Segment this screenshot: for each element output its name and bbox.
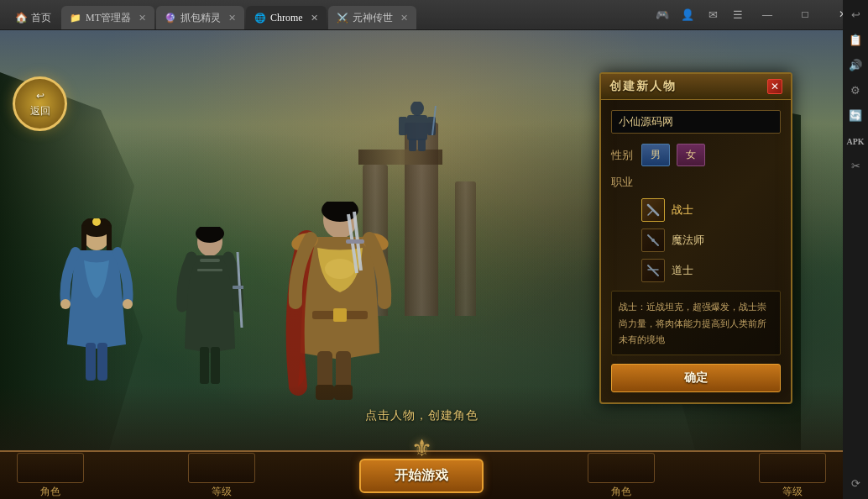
character-2[interactable]: [176, 227, 243, 390]
tab-yuanshen-label: 元神传世: [353, 11, 393, 25]
minimize-button[interactable]: —: [749, 3, 786, 28]
svg-rect-31: [346, 239, 364, 244]
svg-rect-22: [200, 347, 209, 384]
maximize-button[interactable]: □: [787, 3, 824, 28]
tab-catch[interactable]: 🔮 抓包精灵 ✕: [156, 6, 244, 29]
svg-point-51: [651, 239, 655, 242]
svg-point-26: [325, 259, 355, 279]
create-character-dialog: 创建新人物 ✕ 性别 男 女: [599, 72, 792, 404]
slot-1: 角色: [17, 453, 84, 499]
gender-female-button[interactable]: 女: [677, 144, 705, 166]
sidebar-volume-icon[interactable]: 🔊: [844, 54, 867, 77]
bottom-bar: 角色 等级 ⚜ 开始游戏 角色 等级: [0, 450, 843, 499]
user-icon[interactable]: 👤: [677, 4, 698, 26]
class-label-row: 职业: [611, 175, 781, 190]
sidebar-back-icon[interactable]: ↩: [844, 3, 867, 27]
warrior-icon: [641, 198, 665, 222]
tab-chrome[interactable]: 🌐 Chrome ✕: [246, 6, 327, 29]
class-warrior-row[interactable]: 战士: [641, 198, 781, 222]
svg-rect-2: [399, 117, 407, 135]
tab-catch-close[interactable]: ✕: [228, 13, 236, 24]
tab-home-label: 首页: [31, 11, 51, 25]
svg-rect-15: [97, 343, 107, 381]
dialog-close-button[interactable]: ✕: [767, 79, 782, 94]
taoist-icon: [641, 259, 665, 282]
svg-rect-4: [409, 139, 416, 151]
mail-icon[interactable]: ✉: [702, 4, 724, 26]
start-game-button[interactable]: 开始游戏: [359, 459, 484, 493]
svg-point-0: [410, 102, 424, 116]
dialog-title: 创建新人物: [609, 79, 677, 94]
tab-mt-close[interactable]: ✕: [139, 13, 146, 24]
warrior-name: 战士: [672, 202, 693, 218]
classes-section: 战士 魔法师: [641, 198, 781, 282]
class-mage-row[interactable]: 魔法师: [641, 228, 781, 252]
dialog-body: 性别 男 女 职业: [601, 100, 791, 402]
home-icon: 🏠: [15, 12, 28, 24]
class-description-box: 战士：近战坦克，超强爆发，战士崇尚力量，将肉体能力提高到人类前所未有的境地: [611, 291, 781, 355]
tab-mt-icon: 📁: [70, 12, 81, 24]
right-sidebar: ↩ 📋 🔊 ⚙ 🔄 APK ✂ ⟳: [843, 0, 868, 499]
svg-line-52: [648, 265, 658, 276]
game-area: ↩ 返回 点击人物，创建角色 创建新人物 ✕ 性别 男: [0, 30, 843, 499]
mage-icon: [641, 228, 665, 252]
dialog-title-bar: 创建新人物 ✕: [601, 74, 791, 100]
dialog-close-icon: ✕: [771, 81, 779, 93]
gender-label: 性别: [611, 148, 635, 163]
tab-chrome-label: Chrome: [270, 12, 303, 24]
return-button[interactable]: ↩ 返回: [13, 76, 67, 131]
browser-titlebar: 🏠 首页 📁 MT管理器 ✕ 🔮 抓包精灵 ✕ 🌐 Chrome ✕ ⚔️ 元神…: [0, 0, 868, 30]
tab-bar: 🏠 首页 📁 MT管理器 ✕ 🔮 抓包精灵 ✕ 🌐 Chrome ✕ ⚔️ 元神…: [7, 0, 645, 29]
start-section: ⚜ 开始游戏: [359, 459, 484, 493]
slot-2: 等级: [188, 453, 255, 499]
tab-mt[interactable]: 📁 MT管理器 ✕: [61, 6, 154, 29]
return-label: 返回: [30, 104, 50, 118]
dragon-ornament: ⚜: [411, 434, 432, 462]
gender-male-button[interactable]: 男: [641, 144, 670, 166]
svg-rect-33: [333, 308, 347, 322]
slot-3: 角色: [588, 453, 655, 499]
tab-chrome-close[interactable]: ✕: [311, 13, 318, 24]
svg-rect-14: [86, 343, 96, 381]
menu-icon[interactable]: ☰: [727, 4, 749, 26]
sidebar-scissors-icon[interactable]: ✂: [844, 155, 867, 178]
svg-point-13: [123, 299, 133, 309]
svg-rect-18: [200, 259, 220, 262]
slot3-label: 角色: [611, 485, 631, 499]
sidebar-clipboard-icon[interactable]: 📋: [844, 29, 867, 52]
sidebar-rotate-icon[interactable]: ⟳: [844, 472, 867, 496]
svg-rect-1: [407, 115, 427, 140]
tab-mt-label: MT管理器: [86, 11, 131, 25]
slot-4: 等级: [759, 453, 826, 499]
svg-rect-19: [197, 269, 222, 271]
slot1-label: 角色: [40, 485, 60, 499]
tab-home[interactable]: 🏠 首页: [7, 6, 60, 29]
tab-catch-icon: 🔮: [165, 12, 176, 24]
svg-rect-5: [418, 139, 426, 151]
confirm-button[interactable]: 确定: [611, 364, 781, 392]
sidebar-apk-button[interactable]: APK: [844, 129, 867, 153]
character-3[interactable]: [285, 202, 395, 407]
slot4-label: 等级: [782, 485, 803, 499]
gender-row: 性别 男 女: [611, 144, 781, 166]
tab-yuanshen[interactable]: ⚔️ 元神传世 ✕: [328, 6, 416, 29]
sidebar-refresh-icon[interactable]: 🔄: [844, 104, 867, 128]
sidebar-settings-icon[interactable]: ⚙: [844, 79, 867, 102]
character-name-input[interactable]: [611, 110, 781, 134]
slot2-label: 等级: [212, 485, 232, 499]
click-hint-text: 点击人物，创建角色: [365, 408, 478, 423]
character-1[interactable]: [59, 218, 134, 390]
class-taoist-row[interactable]: 道士: [641, 259, 781, 282]
class-description-text: 战士：近战坦克，超强爆发，战士崇尚力量，将肉体能力提高到人类前所未有的境地: [619, 302, 766, 344]
svg-line-49: [648, 211, 652, 215]
mage-name: 魔法师: [672, 233, 704, 248]
gamepad-icon[interactable]: 🎮: [651, 4, 673, 26]
tab-chrome-icon: 🌐: [254, 12, 266, 24]
tab-yuanshen-close[interactable]: ✕: [400, 13, 408, 24]
top-icons-area: 🎮 👤 ✉ ☰: [651, 4, 749, 26]
svg-point-12: [60, 299, 71, 309]
tab-catch-label: 抓包精灵: [180, 11, 221, 25]
class-label: 职业: [611, 175, 635, 190]
svg-rect-21: [233, 286, 243, 289]
taoist-name: 道士: [672, 263, 693, 278]
